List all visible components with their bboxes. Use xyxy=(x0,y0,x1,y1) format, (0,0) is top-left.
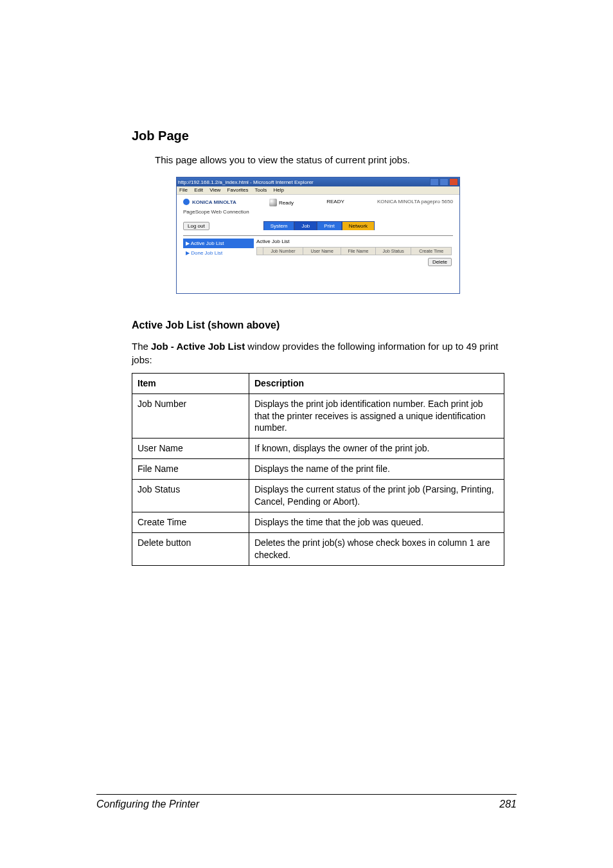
model-text: KONICA MINOLTA pagepro 5650 xyxy=(377,199,453,204)
screenshot-body: KONICA MINOLTA Ready READY KONICA MINOLT… xyxy=(177,195,459,270)
para-prefix: The xyxy=(132,341,151,352)
table-row: User Name If known, displays the owner o… xyxy=(132,439,504,459)
sidebar-done-job-list: ▶ Done Job List xyxy=(183,248,254,258)
menu-edit: Edit xyxy=(194,187,203,193)
col-check xyxy=(257,248,263,255)
paragraph: The Job - Active Job List window provide… xyxy=(132,340,504,366)
minimize-icon xyxy=(430,178,439,186)
logout-button: Log out xyxy=(183,222,209,230)
maximize-icon xyxy=(440,178,449,186)
tab-network: Network xyxy=(342,221,375,230)
table-row: File Name Displays the name of the print… xyxy=(132,459,504,480)
window-buttons xyxy=(430,178,458,186)
cell-desc: Displays the print job identification nu… xyxy=(249,393,504,439)
menu-view: View xyxy=(209,187,220,193)
col-job-status: Job Status xyxy=(375,248,411,255)
content-area: Job Page This page allows you to view th… xyxy=(132,129,504,566)
toolbar-row: Log out System Job Print Network xyxy=(183,221,453,230)
footer-page-number: 281 xyxy=(499,799,517,810)
menu-favorites: Favorites xyxy=(227,187,249,193)
page-heading: Job Page xyxy=(132,129,504,143)
intro-text: This page allows you to view the status … xyxy=(132,154,504,167)
tab-bar: System Job Print Network xyxy=(263,221,375,230)
para-bold: Job - Active Job List xyxy=(151,341,245,352)
cell-desc: Deletes the print job(s) whose check box… xyxy=(249,532,504,565)
info-table: Item Description Job Number Displays the… xyxy=(132,373,504,566)
menu-tools: Tools xyxy=(255,187,267,193)
cell-item: User Name xyxy=(132,439,249,459)
table-row: Create Time Displays the time that the j… xyxy=(132,512,504,532)
col-user-name: User Name xyxy=(303,248,341,255)
cell-desc: Displays the time that the job was queue… xyxy=(249,512,504,532)
screenshot-main: Active Job List Job Number User Name Fil… xyxy=(254,236,453,266)
th-item: Item xyxy=(132,373,249,393)
sidebar-active-job-list: ▶ Active Job List xyxy=(183,239,254,248)
cell-item: Delete button xyxy=(132,532,249,565)
window-title: http://192.168.1.2/a_index.html - Micros… xyxy=(178,179,314,185)
tab-system: System xyxy=(263,221,295,230)
cell-item: Create Time xyxy=(132,512,249,532)
delete-button: Delete xyxy=(428,258,452,266)
cell-item: Job Number xyxy=(132,393,249,439)
connection-text: PageScope Web Connection xyxy=(183,209,453,215)
th-description: Description xyxy=(249,373,504,393)
delete-row: Delete xyxy=(256,258,452,266)
close-icon xyxy=(449,178,458,186)
brand-text: KONICA MINOLTA xyxy=(192,199,236,205)
screenshot-header: KONICA MINOLTA Ready READY KONICA MINOLT… xyxy=(183,199,453,206)
window-titlebar: http://192.168.1.2/a_index.html - Micros… xyxy=(177,177,459,186)
col-job-number: Job Number xyxy=(263,248,303,255)
table-row: Delete button Deletes the print job(s) w… xyxy=(132,532,504,565)
cell-desc: Displays the name of the print file. xyxy=(249,459,504,480)
screenshot-sidebar: ▶ Active Job List ▶ Done Job List xyxy=(183,236,254,266)
browser-menu: File Edit View Favorites Tools Help xyxy=(177,186,459,195)
col-file-name: File Name xyxy=(341,248,375,255)
cell-item: Job Status xyxy=(132,480,249,512)
brand-logo: KONICA MINOLTA xyxy=(183,199,236,205)
cell-item: File Name xyxy=(132,459,249,480)
logo-icon xyxy=(183,199,190,205)
page-footer: Configuring the Printer 281 xyxy=(96,794,517,810)
job-table: Job Number User Name File Name Job Statu… xyxy=(256,247,452,255)
table-row: Job Status Displays the current status o… xyxy=(132,480,504,512)
menu-file: File xyxy=(179,187,188,193)
ready-label: Ready xyxy=(279,200,294,206)
ready-status: READY xyxy=(326,199,344,204)
document-page: Job Page This page allows you to view th… xyxy=(0,0,613,868)
tab-job: Job xyxy=(294,221,317,230)
panel-title: Active Job List xyxy=(256,239,452,244)
table-row: Job Number Displays the print job identi… xyxy=(132,393,504,439)
cell-desc: Displays the current status of the print… xyxy=(249,480,504,512)
ready-indicator: Ready xyxy=(269,199,294,206)
screenshot-image: http://192.168.1.2/a_index.html - Micros… xyxy=(176,177,460,294)
menu-help: Help xyxy=(274,187,284,193)
subheading: Active Job List (shown above) xyxy=(132,320,504,331)
col-create-time: Create Time xyxy=(411,248,452,255)
cell-desc: If known, displays the owner of the prin… xyxy=(249,439,504,459)
tab-print: Print xyxy=(317,221,341,230)
printer-icon xyxy=(269,199,277,206)
footer-title: Configuring the Printer xyxy=(96,799,199,810)
screenshot-lower: ▶ Active Job List ▶ Done Job List Active… xyxy=(183,235,453,266)
